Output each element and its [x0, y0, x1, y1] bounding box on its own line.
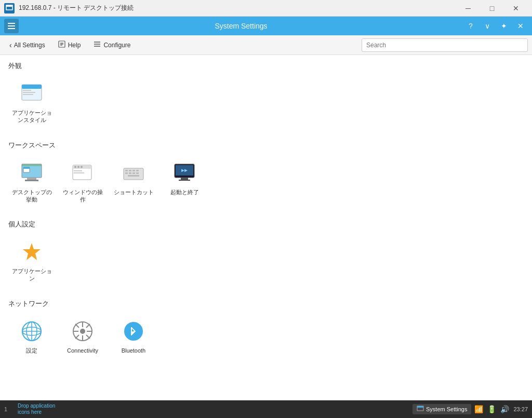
- section-title-appearance: 外観: [8, 61, 524, 71]
- svg-rect-19: [27, 178, 36, 180]
- item-startup-shutdown[interactable]: ▶▶ 起動と終了: [161, 156, 208, 208]
- help-button[interactable]: Help: [52, 38, 86, 52]
- configure-icon: [93, 40, 101, 50]
- svg-rect-38: [136, 172, 139, 174]
- svg-rect-37: [132, 172, 135, 174]
- item-label-settings: 設定: [26, 347, 37, 354]
- section-items-personal: アプリケーション: [8, 235, 524, 287]
- title-bar-text: 192.168.0.7 - リモート デスクトップ接続: [19, 4, 456, 12]
- app-header-controls: ? ∨ ✦ ✕: [463, 19, 528, 33]
- item-applications[interactable]: アプリケーション: [8, 235, 55, 287]
- svg-rect-43: [181, 178, 188, 180]
- svg-rect-14: [23, 90, 31, 91]
- title-bar-controls: ─ □ ✕: [456, 0, 528, 17]
- item-window-behavior[interactable]: ウィンドウの操作: [59, 156, 106, 208]
- app-menu-button[interactable]: [4, 19, 19, 33]
- svg-rect-36: [129, 172, 131, 174]
- maximize-button[interactable]: □: [480, 0, 504, 17]
- monitor-icon: ▶▶: [172, 160, 197, 185]
- taskbar-sys: 📶 🔋 🔊 23:27: [474, 405, 528, 413]
- svg-line-60: [75, 335, 79, 339]
- item-label-startup-shutdown: 起動と終了: [170, 188, 199, 196]
- taskbar-drop-text: Drop application icons here: [18, 403, 409, 415]
- svg-text:▶▶: ▶▶: [181, 167, 188, 173]
- section-personal: 個人設定 アプリケーション: [8, 220, 524, 287]
- item-label-applications: アプリケーション: [10, 267, 53, 282]
- item-bluetooth[interactable]: Bluetooth: [110, 315, 157, 358]
- svg-line-58: [86, 335, 90, 339]
- svg-rect-20: [25, 180, 38, 181]
- svg-rect-2: [8, 23, 15, 24]
- star-icon: [19, 239, 44, 264]
- svg-rect-39: [128, 175, 139, 177]
- app-header-title: System Settings: [19, 22, 463, 30]
- connectivity-icon: [70, 319, 95, 344]
- search-input[interactable]: [362, 38, 528, 52]
- svg-rect-64: [417, 406, 423, 408]
- svg-rect-18: [22, 164, 42, 166]
- svg-point-26: [77, 166, 79, 168]
- header-close-button[interactable]: ✕: [513, 19, 528, 33]
- taskbar-number: 1: [4, 406, 15, 412]
- svg-point-52: [80, 329, 85, 334]
- svg-point-27: [81, 166, 83, 168]
- signal-icon: 📶: [474, 405, 483, 413]
- app-header: System Settings ? ∨ ✦ ✕: [0, 17, 532, 35]
- svg-rect-4: [8, 28, 15, 29]
- svg-rect-28: [74, 170, 82, 171]
- taskbar-app-item[interactable]: System Settings: [413, 404, 471, 414]
- section-appearance: 外観 アプリケーションスタイル: [8, 61, 524, 128]
- app-style-icon: [19, 81, 44, 106]
- item-label-window-behavior: ウィンドウの操作: [61, 188, 104, 204]
- header-chevron-button[interactable]: ∨: [480, 19, 495, 33]
- minimize-button[interactable]: ─: [456, 0, 480, 17]
- section-items-appearance: アプリケーションスタイル: [8, 77, 524, 128]
- section-title-workspace: ワークスペース: [8, 141, 524, 150]
- back-button[interactable]: ‹ All Settings: [4, 39, 50, 51]
- svg-point-25: [74, 166, 76, 168]
- help-label: Help: [68, 42, 81, 49]
- item-settings[interactable]: 設定: [8, 315, 55, 358]
- svg-line-59: [86, 324, 90, 328]
- item-app-style[interactable]: アプリケーションスタイル: [8, 77, 55, 128]
- taskbar-time: 23:27: [513, 406, 528, 412]
- bluetooth-icon: [121, 319, 146, 344]
- section-title-personal: 個人設定: [8, 220, 524, 229]
- close-button[interactable]: ✕: [504, 0, 528, 17]
- item-label-shortcuts: ショートカット: [114, 188, 154, 196]
- svg-rect-22: [23, 167, 30, 169]
- taskbar-app-icon: [417, 406, 424, 413]
- svg-rect-16: [23, 94, 33, 95]
- svg-rect-32: [129, 170, 131, 171]
- svg-rect-3: [8, 25, 15, 26]
- section-title-network: ネットワーク: [8, 299, 524, 308]
- configure-button[interactable]: Configure: [88, 38, 136, 52]
- svg-rect-44: [179, 180, 190, 181]
- keyboard-icon: [121, 160, 146, 185]
- header-help-button[interactable]: ?: [463, 19, 478, 33]
- svg-rect-15: [23, 92, 35, 93]
- item-label-desktop-behavior: デスクトップの挙動: [10, 188, 53, 204]
- configure-label: Configure: [103, 42, 130, 49]
- back-icon: ‹: [9, 41, 12, 49]
- item-connectivity[interactable]: Connectivity: [59, 315, 106, 358]
- title-bar: 192.168.0.7 - リモート デスクトップ接続 ─ □ ✕: [0, 0, 532, 17]
- taskbar-app-label: System Settings: [426, 406, 467, 412]
- item-desktop-behavior[interactable]: デスクトップの挙動: [8, 156, 55, 208]
- desktop-icon: [19, 160, 44, 185]
- help-icon: [58, 40, 66, 50]
- toolbar: ‹ All Settings Help Configure: [0, 35, 532, 55]
- item-label-app-style: アプリケーションスタイル: [10, 109, 53, 124]
- battery-icon: 🔋: [487, 405, 496, 413]
- svg-rect-13: [22, 85, 42, 89]
- svg-rect-34: [136, 170, 139, 171]
- svg-marker-45: [23, 243, 41, 260]
- svg-rect-31: [125, 170, 128, 171]
- item-shortcuts[interactable]: ショートカット: [110, 156, 157, 208]
- network-icon: [19, 319, 44, 344]
- item-label-bluetooth: Bluetooth: [122, 347, 145, 354]
- window-icon: [70, 160, 95, 185]
- main-content: 外観 アプリケーションスタイルワークスペース デスクトップの挙動: [0, 55, 532, 400]
- svg-rect-33: [132, 170, 135, 171]
- header-star-button[interactable]: ✦: [497, 19, 511, 33]
